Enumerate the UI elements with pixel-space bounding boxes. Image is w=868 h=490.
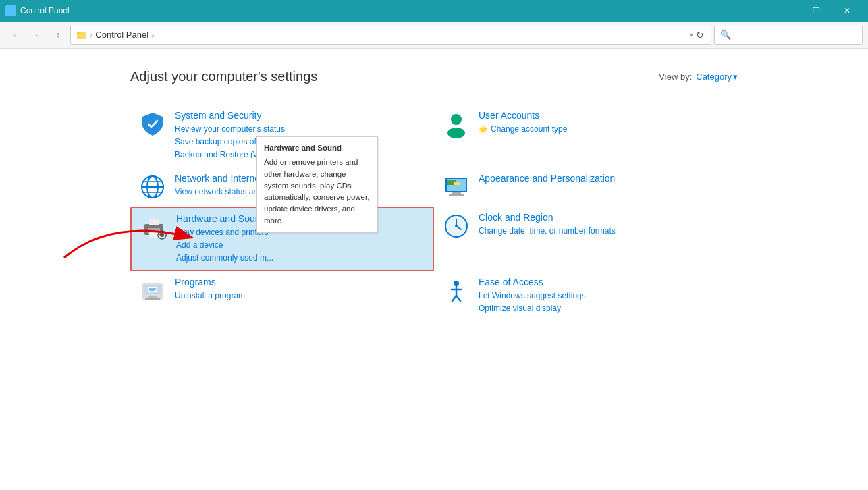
svg-rect-16	[454, 182, 460, 185]
tooltip: Hardware and Sound Add or remove printer…	[256, 136, 378, 233]
up-button[interactable]: ↑	[49, 26, 67, 45]
category-clock: Clock and Region Change date, time, or n…	[434, 207, 738, 272]
user-accounts-content: User Accounts 🌟 Change account type	[479, 110, 730, 136]
programs-link1[interactable]: Uninstall a program	[175, 290, 426, 302]
category-user-accounts: User Accounts 🌟 Change account type	[434, 105, 738, 167]
hardware-link2[interactable]: Add a device	[176, 239, 425, 252]
ease-link[interactable]: Ease of Access	[479, 277, 730, 288]
category-ease: Ease of Access Let Windows suggest setti…	[434, 271, 738, 321]
address-box[interactable]: › Control Panel › ▾ ↻	[70, 26, 711, 45]
restore-button[interactable]: ❐	[801, 0, 832, 22]
view-by-label: View by:	[659, 72, 692, 82]
svg-rect-21	[149, 219, 159, 225]
tooltip-body: Add or remove printers and other hardwar…	[264, 157, 371, 227]
clock-content: Clock and Region Change date, time, or n…	[479, 212, 730, 238]
hardware-icon	[140, 213, 168, 242]
network-icon	[138, 173, 167, 201]
clock-link1[interactable]: Change date, time, or number formats	[479, 225, 730, 238]
titlebar-controls: ─ ❐ ✕	[769, 0, 863, 22]
titlebar-title: Control Panel	[20, 6, 70, 16]
ease-link1[interactable]: Let Windows suggest settings	[479, 290, 730, 302]
close-button[interactable]: ✕	[832, 0, 863, 22]
system-security-link1[interactable]: Review your computer's status	[175, 123, 426, 136]
hardware-link3[interactable]: Adjust commonly used m...	[176, 252, 425, 265]
forward-button[interactable]: ›	[27, 26, 46, 45]
svg-line-40	[456, 296, 460, 301]
svg-point-6	[451, 114, 462, 125]
svg-point-28	[455, 225, 458, 227]
svg-rect-3	[11, 11, 15, 15]
programs-content: Programs Uninstall a program	[175, 277, 426, 302]
svg-rect-17	[452, 192, 461, 194]
svg-point-23	[160, 233, 164, 237]
search-box[interactable]: 🔍	[714, 26, 863, 45]
clock-icon	[442, 212, 470, 240]
categories-grid: System and Security Review your computer…	[130, 105, 738, 321]
tooltip-title: Hardware and Sound	[264, 142, 371, 154]
minimize-button[interactable]: ─	[769, 0, 801, 22]
page-title: Adjust your computer's settings	[130, 69, 317, 84]
svg-rect-2	[7, 11, 10, 15]
system-security-icon	[138, 110, 167, 138]
content-area: Adjust your computer's settings View by:…	[103, 49, 765, 342]
ease-icon	[442, 277, 470, 305]
addressbar: ‹ › ↑ › Control Panel › ▾ ↻ 🔍	[0, 22, 868, 49]
svg-rect-18	[449, 194, 464, 196]
page-header: Adjust your computer's settings View by:…	[130, 69, 738, 84]
titlebar-left: Control Panel	[5, 5, 70, 16]
refresh-button[interactable]: ↻	[695, 30, 705, 40]
svg-rect-0	[7, 7, 10, 10]
svg-rect-22	[149, 232, 159, 238]
address-path: › Control Panel ›	[76, 30, 688, 40]
main-content: Adjust your computer's settings View by:…	[0, 49, 868, 490]
ease-content: Ease of Access Let Windows suggest setti…	[479, 277, 730, 315]
clock-link[interactable]: Clock and Region	[479, 212, 730, 223]
user-accounts-link[interactable]: User Accounts	[479, 110, 730, 121]
view-by: View by: Category ▾	[659, 72, 738, 82]
back-button[interactable]: ‹	[5, 26, 24, 45]
category-programs: Programs Uninstall a program	[130, 271, 434, 321]
titlebar: Control Panel ─ ❐ ✕	[0, 0, 868, 22]
svg-line-39	[452, 296, 456, 301]
user-accounts-link1[interactable]: Change account type	[491, 123, 567, 136]
svg-point-7	[447, 128, 465, 138]
svg-rect-32	[145, 298, 160, 300]
system-security-link[interactable]: System and Security	[175, 110, 426, 121]
ease-link2[interactable]: Optimize visual display	[479, 302, 730, 315]
user-accounts-icon	[442, 110, 470, 138]
appearance-content: Appearance and Personalization	[479, 173, 730, 186]
programs-icon	[138, 277, 167, 305]
address-text: Control Panel	[95, 30, 148, 40]
view-by-dropdown[interactable]: Category ▾	[696, 72, 738, 82]
appearance-icon	[442, 173, 470, 201]
app-icon	[5, 5, 16, 16]
svg-rect-5	[77, 32, 81, 34]
folder-icon	[76, 30, 87, 40]
category-appearance: Appearance and Personalization	[434, 167, 738, 207]
svg-rect-1	[11, 7, 15, 10]
programs-link[interactable]: Programs	[175, 277, 426, 288]
address-chevron2: ›	[151, 30, 154, 40]
appearance-link[interactable]: Appearance and Personalization	[479, 173, 730, 184]
search-icon: 🔍	[720, 30, 731, 40]
address-chevron: ›	[90, 30, 92, 40]
address-dropdown-button[interactable]: ▾	[688, 31, 695, 38]
svg-rect-31	[148, 296, 157, 298]
svg-rect-33	[148, 287, 157, 292]
